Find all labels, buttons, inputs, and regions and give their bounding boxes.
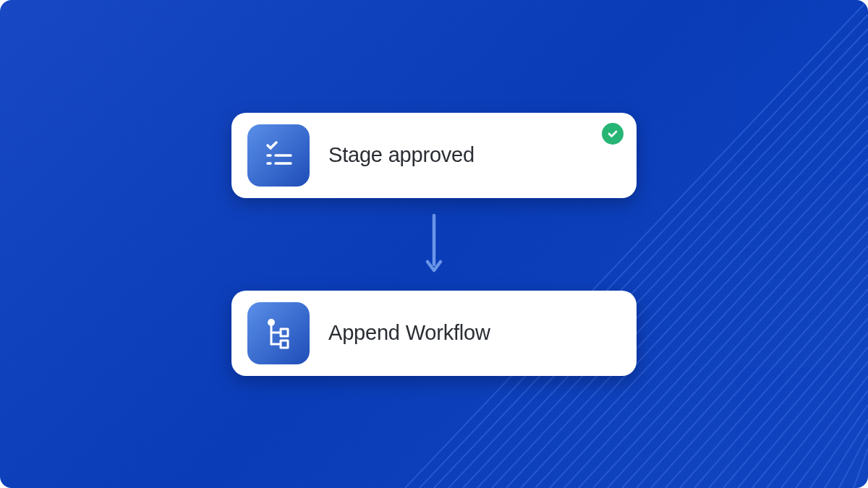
workflow-card-append-workflow[interactable]: Append Workflow <box>231 291 637 376</box>
card-label: Stage approved <box>328 143 475 167</box>
svg-rect-8 <box>281 329 288 336</box>
card-label: Append Workflow <box>328 321 490 345</box>
svg-rect-10 <box>281 341 288 348</box>
workflow-card-stage-approved[interactable]: Stage approved <box>231 113 637 198</box>
workflow-flow: Stage approved <box>231 113 637 376</box>
diagram-canvas: Stage approved <box>0 0 868 488</box>
check-icon <box>606 127 619 140</box>
workflow-tree-icon <box>247 302 310 364</box>
flow-arrow <box>423 213 445 275</box>
arrow-down-icon <box>423 213 445 275</box>
success-badge <box>602 123 624 145</box>
checklist-icon <box>247 124 310 187</box>
